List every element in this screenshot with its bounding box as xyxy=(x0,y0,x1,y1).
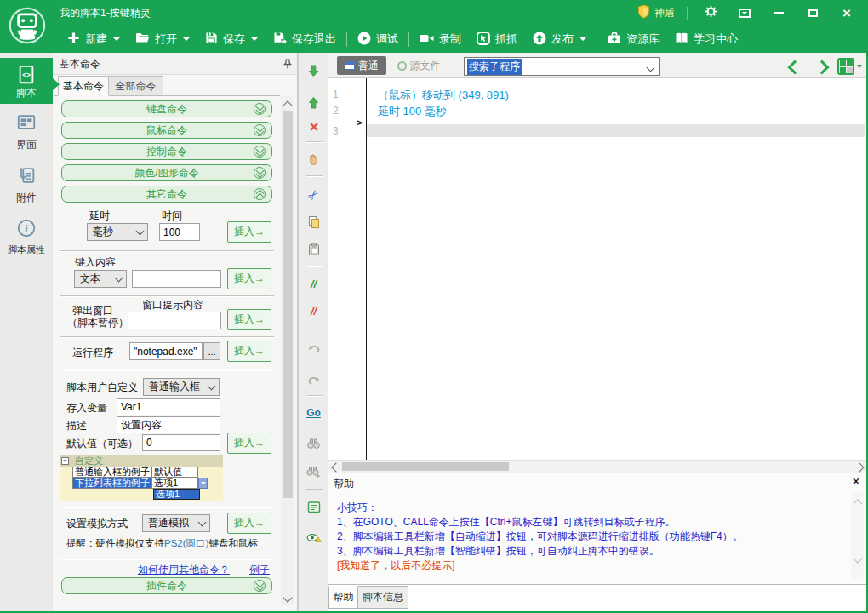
sidebar-item-attachment[interactable]: 附件 xyxy=(0,165,53,209)
uncomment-button[interactable]: // xyxy=(300,301,328,320)
copy-button[interactable] xyxy=(300,213,328,232)
bottom-divider xyxy=(328,584,866,585)
insert-sim-button[interactable]: 插入→ xyxy=(227,513,271,534)
code-line-1[interactable]: （鼠标）移动到 (349, 891) xyxy=(378,88,509,103)
delay-unit-select[interactable]: 毫秒 xyxy=(87,223,148,241)
publish-icon xyxy=(533,32,546,48)
code-line-2[interactable]: 延时 100 毫秒 xyxy=(378,104,447,119)
learning-center-button[interactable]: 学习中心 xyxy=(667,26,745,53)
titlebar-divider xyxy=(687,7,688,20)
accordion-mouse-commands[interactable]: 鼠标命令 xyxy=(61,122,272,139)
type-in-mode-select[interactable]: 文本 xyxy=(74,270,127,288)
insert-type-in-button[interactable]: 插入→ xyxy=(227,268,271,289)
sim-mode-label: 设置模拟方式 xyxy=(66,517,128,531)
insert-custom-button[interactable]: 插入→ xyxy=(227,433,271,454)
preview-row2-name[interactable]: 下拉列表框的例子 xyxy=(72,478,151,489)
find-button[interactable] xyxy=(300,434,328,453)
tab-basic-commands[interactable]: 基本命令 xyxy=(58,76,109,96)
debug-button[interactable]: 调试 xyxy=(350,26,406,53)
redo-button[interactable] xyxy=(300,370,328,389)
new-button[interactable]: 新建 xyxy=(60,26,128,53)
sidebar-item-properties[interactable]: i 脚本属性 xyxy=(0,218,53,266)
pause-hand-button[interactable] xyxy=(300,150,328,169)
default-value-label: 默认值（可选） xyxy=(66,437,138,451)
preview-dropdown-button[interactable] xyxy=(198,478,208,489)
paste-button[interactable] xyxy=(300,240,328,259)
undo-button[interactable] xyxy=(300,339,328,358)
accordion-plugin-commands[interactable]: 插件命令 xyxy=(61,577,272,594)
type-in-value-input[interactable] xyxy=(132,270,221,288)
view-source-button[interactable]: 源文件 xyxy=(391,56,446,75)
delete-line-button[interactable] xyxy=(300,117,328,136)
how-to-link[interactable]: 如何使用其他命令？ xyxy=(138,563,230,577)
pin-icon[interactable] xyxy=(283,58,293,73)
double-chevron-down-icon xyxy=(254,580,266,592)
syntax-check-eye-icon[interactable] xyxy=(300,528,328,547)
preview-dropdown-item[interactable]: 选项1 xyxy=(153,489,200,500)
editor-hscrollbar-thumb[interactable] xyxy=(342,462,509,471)
layout-grid-icon[interactable] xyxy=(837,58,854,75)
popup-hint-input[interactable] xyxy=(128,312,221,329)
save-exit-button[interactable]: 保存退出 xyxy=(266,26,344,53)
insert-run-button[interactable]: 插入→ xyxy=(227,341,271,362)
sim-mode-select[interactable]: 普通模拟 xyxy=(142,514,210,532)
toolbar-divider xyxy=(597,32,597,47)
move-line-down-button[interactable] xyxy=(300,61,328,80)
publish-button[interactable]: 发布 xyxy=(525,26,594,53)
help-panel-title: 帮助 xyxy=(334,477,354,491)
goto-button[interactable]: Go xyxy=(300,404,328,422)
tab-all-commands[interactable]: 全部命令 xyxy=(109,76,163,96)
run-program-input[interactable] xyxy=(129,342,203,360)
collapse-box-icon[interactable]: − xyxy=(61,457,69,465)
resources-button[interactable]: 资源库 xyxy=(600,26,667,53)
preview-row1-value: 默认值 xyxy=(151,467,198,478)
preview-group-header: − 自定义 xyxy=(60,455,223,467)
collapse-menu-button[interactable] xyxy=(734,3,756,22)
active-tab-notch xyxy=(53,78,60,90)
accordion-other-commands[interactable]: 其它命令 xyxy=(61,186,272,203)
view-normal-button[interactable]: 普通 xyxy=(337,56,386,75)
tab-script-info[interactable]: 脚本信息 xyxy=(358,586,408,609)
browse-button[interactable]: ... xyxy=(203,342,220,360)
capture-button[interactable]: 抓抓 xyxy=(469,26,525,53)
move-line-up-button[interactable] xyxy=(300,94,328,112)
find-next-button[interactable] xyxy=(300,462,328,481)
preview-row2-value[interactable]: 选项1 xyxy=(151,478,198,489)
maximize-icon xyxy=(808,9,818,17)
open-button[interactable]: 打开 xyxy=(128,26,197,53)
app-logo xyxy=(2,2,53,53)
subroutine-search-select[interactable]: 搜索子程序 xyxy=(464,57,660,76)
default-value-input[interactable] xyxy=(142,434,220,451)
toolbox-icon xyxy=(608,32,621,47)
sidebar-item-script[interactable]: <> 脚本 xyxy=(0,58,53,104)
window-title: 我的脚本1-按键精灵 xyxy=(60,0,151,26)
save-button[interactable]: 保存 xyxy=(197,26,266,53)
accordion-control-commands[interactable]: 控制命令 xyxy=(61,143,272,160)
store-variable-input[interactable] xyxy=(117,398,220,415)
panel-scrollbar-thumb[interactable] xyxy=(283,111,293,498)
sidebar-item-ui[interactable]: 界面 xyxy=(0,112,53,157)
insert-popup-button[interactable]: 插入→ xyxy=(227,309,271,330)
description-input[interactable] xyxy=(117,416,220,433)
toolbar-divider xyxy=(306,395,323,396)
titlebar-divider xyxy=(625,7,625,20)
record-button[interactable]: 录制 xyxy=(412,26,469,53)
settings-button[interactable] xyxy=(700,3,722,22)
comment-button[interactable]: // xyxy=(300,274,328,293)
maximize-button[interactable] xyxy=(802,3,824,22)
form-designer-button[interactable] xyxy=(300,497,328,516)
minimize-button[interactable] xyxy=(768,3,790,22)
tab-help[interactable]: 帮助 xyxy=(328,586,358,609)
help-close-icon[interactable]: ✕ xyxy=(849,475,863,489)
accordion-color-graphic-commands[interactable]: 颜色/图形命令 xyxy=(61,164,272,181)
close-button[interactable]: × xyxy=(836,3,858,22)
insert-delay-button[interactable]: 插入→ xyxy=(227,221,271,243)
floppy-icon xyxy=(205,32,218,47)
example-link[interactable]: 例子 xyxy=(249,563,270,577)
shield-status[interactable]: 神盾 xyxy=(637,4,675,21)
accordion-keyboard-commands[interactable]: 键盘命令 xyxy=(61,100,272,117)
delay-time-input[interactable] xyxy=(159,223,200,241)
help-dismiss-link[interactable]: [我知道了，以后不必提示] xyxy=(337,559,455,573)
line-number: 2 xyxy=(333,105,339,117)
custom-mode-select[interactable]: 普通输入框 xyxy=(143,378,220,396)
